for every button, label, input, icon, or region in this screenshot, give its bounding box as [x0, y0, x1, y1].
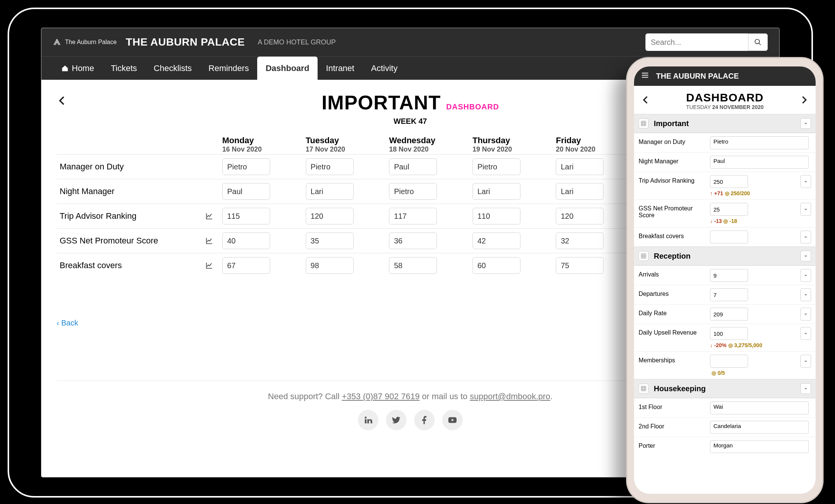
- grid-cell-input[interactable]: [556, 183, 604, 200]
- field-label: Daily Rate: [639, 308, 706, 317]
- open-chart-button[interactable]: [206, 262, 213, 269]
- nav-tickets[interactable]: Tickets: [103, 57, 145, 80]
- night-manager-input[interactable]: [710, 156, 809, 169]
- grid-cell-input[interactable]: [306, 232, 354, 249]
- grid-cell-input[interactable]: [473, 183, 520, 200]
- grid-cell-input[interactable]: [222, 158, 270, 175]
- grid-cell-input[interactable]: [306, 158, 354, 175]
- trip-advisor-input[interactable]: [710, 175, 748, 188]
- caret-down-icon: [804, 359, 808, 363]
- grid-cell-input[interactable]: [389, 183, 437, 200]
- nav-intranet[interactable]: Intranet: [318, 57, 363, 80]
- breakfast-input[interactable]: [710, 231, 748, 243]
- search-button[interactable]: [748, 33, 768, 51]
- phone-page-title: DASHBOARD: [651, 91, 799, 104]
- grid-cell-input[interactable]: [222, 208, 270, 224]
- field-label: 1st Floor: [639, 401, 706, 411]
- grid-cell-input[interactable]: [222, 232, 270, 249]
- youtube-button[interactable]: [442, 410, 463, 430]
- grid-view-button[interactable]: [639, 118, 648, 128]
- phone-day-prefix: TUESDAY: [686, 104, 712, 110]
- nav-intranet-label: Intranet: [326, 63, 354, 73]
- field-label: GSS Net Promoteur Score: [639, 203, 706, 219]
- memberships-input[interactable]: [710, 355, 748, 368]
- field-menu-button[interactable]: [800, 327, 811, 340]
- field-menu-button[interactable]: [800, 308, 811, 321]
- section-header-housekeeping: Housekeeping: [634, 379, 816, 398]
- section-title: Reception: [654, 252, 691, 261]
- day-header: Friday: [556, 136, 581, 145]
- hamburger-icon: [641, 71, 649, 79]
- grid-cell-input[interactable]: [473, 158, 520, 175]
- grid-cell-input[interactable]: [306, 257, 354, 274]
- prev-week-button[interactable]: [57, 95, 68, 108]
- grid-cell-input[interactable]: [389, 158, 437, 175]
- support-email-link[interactable]: support@dmbook.pro: [470, 392, 550, 401]
- grid-cell-input[interactable]: [556, 158, 604, 175]
- grid-cell-input[interactable]: [473, 232, 520, 249]
- field-menu-button[interactable]: [800, 288, 811, 301]
- back-link[interactable]: ‹ Back: [57, 319, 78, 327]
- grid-cell-input[interactable]: [389, 257, 437, 274]
- section-menu-button[interactable]: [800, 383, 811, 394]
- phone-prev-day-button[interactable]: [641, 95, 651, 106]
- field-menu-button[interactable]: [800, 355, 811, 368]
- grid-cell-input[interactable]: [222, 257, 270, 274]
- support-phone-link[interactable]: +353 (0)87 902 7619: [342, 392, 420, 401]
- manager-on-duty-input[interactable]: [710, 136, 809, 149]
- youtube-icon: [448, 415, 457, 425]
- grid-cell-input[interactable]: [222, 183, 270, 200]
- section-menu-button[interactable]: [800, 251, 811, 261]
- grid-cell-input[interactable]: [556, 257, 604, 274]
- open-chart-button[interactable]: [206, 212, 213, 220]
- row-upsell: Daily Upsell Revenue ↓ -20%◎ 3,275/5,000: [634, 324, 816, 351]
- nav-activity-label: Activity: [371, 63, 398, 73]
- grid-cell-input[interactable]: [389, 232, 437, 249]
- facebook-button[interactable]: [414, 410, 435, 430]
- grid-cell-input[interactable]: [306, 183, 354, 200]
- search-input[interactable]: [645, 33, 748, 51]
- section-menu-button[interactable]: [800, 118, 811, 129]
- gss-nps-input[interactable]: [710, 203, 748, 216]
- twitter-button[interactable]: [386, 410, 406, 430]
- chart-line-icon: [206, 237, 213, 245]
- departures-input[interactable]: [710, 288, 748, 301]
- nav-checklists[interactable]: Checklists: [145, 57, 200, 80]
- field-label: Daily Upsell Revenue: [639, 327, 706, 336]
- arrivals-input[interactable]: [710, 269, 748, 282]
- grid-cell-input[interactable]: [389, 208, 437, 224]
- porter-input[interactable]: [710, 440, 809, 453]
- nav-reminders[interactable]: Reminders: [200, 57, 257, 80]
- grid-cell-input[interactable]: [556, 232, 604, 249]
- footer-text: or mail us to: [420, 392, 470, 401]
- brand-mark-icon: [53, 38, 61, 46]
- field-menu-button[interactable]: [800, 269, 811, 282]
- footer-text: .: [550, 392, 553, 401]
- twitter-icon: [391, 415, 401, 425]
- upsell-input[interactable]: [710, 327, 748, 340]
- open-chart-button[interactable]: [206, 237, 213, 245]
- grid-cell-input[interactable]: [306, 208, 354, 224]
- row-night-manager: Night Manager: [634, 152, 816, 172]
- grid-cell-input[interactable]: [556, 208, 604, 224]
- top-bar: The Auburn Palace THE AUBURN PALACE A DE…: [41, 28, 779, 56]
- nav-home[interactable]: Home: [53, 57, 103, 80]
- caret-down-icon: [804, 235, 808, 239]
- grid-cell-input[interactable]: [473, 257, 520, 274]
- daily-rate-input[interactable]: [710, 308, 748, 321]
- floor2-input[interactable]: [710, 421, 809, 434]
- grid-view-button[interactable]: [639, 384, 648, 393]
- home-icon: [61, 65, 69, 72]
- hamburger-menu-button[interactable]: [641, 71, 649, 81]
- field-menu-button[interactable]: [800, 203, 811, 216]
- nav-dashboard[interactable]: Dashboard: [257, 57, 318, 80]
- linkedin-button[interactable]: [358, 410, 378, 430]
- field-menu-button[interactable]: [800, 231, 811, 243]
- day-date: 17 Nov 2020: [306, 145, 385, 153]
- phone-next-day-button[interactable]: [799, 95, 809, 106]
- floor1-input[interactable]: [710, 401, 809, 414]
- grid-cell-input[interactable]: [473, 208, 520, 224]
- grid-view-button[interactable]: [639, 251, 648, 261]
- field-menu-button[interactable]: [800, 175, 811, 188]
- nav-activity[interactable]: Activity: [363, 57, 406, 80]
